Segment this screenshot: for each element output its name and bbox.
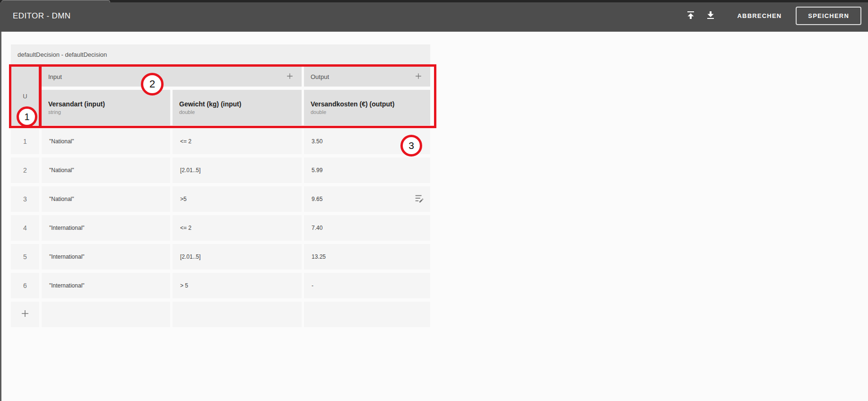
row-number[interactable]: 1	[11, 129, 39, 154]
table-cell[interactable]: "International"	[42, 244, 170, 270]
add-output-column-button[interactable]	[413, 71, 424, 82]
output-group-label: Output	[311, 73, 329, 80]
page-title: EDITOR - DMN	[13, 0, 71, 32]
column-name: Versandart (input)	[48, 100, 164, 108]
decision-table: U Input Output Versandart (input) string…	[11, 67, 430, 327]
add-row-empty-cell	[304, 302, 430, 327]
window-left-border	[0, 0, 1, 401]
download-button[interactable]	[705, 10, 716, 22]
plus-icon	[414, 71, 423, 82]
input-group-label: Input	[48, 73, 62, 80]
table-cell[interactable]: -	[304, 273, 430, 298]
decision-table-title: defaultDecision - defaultDecision	[11, 44, 430, 64]
row-number[interactable]: 6	[11, 273, 39, 298]
save-button[interactable]: SPEICHERN	[796, 7, 861, 25]
column-header-gewicht[interactable]: Gewicht (kg) (input) double	[173, 90, 302, 125]
column-name: Gewicht (kg) (input)	[179, 100, 295, 108]
table-cell[interactable]: "National"	[42, 157, 170, 183]
hit-policy-cell[interactable]: U	[11, 67, 39, 125]
table-cell[interactable]: 3.50	[304, 129, 430, 154]
plus-icon	[285, 71, 295, 82]
output-group-header: Output	[304, 67, 430, 87]
table-cell[interactable]: [2.01..5]	[173, 157, 302, 183]
edit-cell-button[interactable]	[414, 194, 425, 204]
add-input-column-button[interactable]	[285, 71, 295, 82]
row-number[interactable]: 4	[11, 215, 39, 241]
table-cell[interactable]: "International"	[42, 215, 170, 241]
topbar-actions: ABBRECHEN SPEICHERN	[685, 0, 861, 32]
table-cell[interactable]: 7.40	[304, 215, 430, 241]
upload-icon	[685, 9, 696, 22]
plus-icon	[19, 308, 31, 321]
input-group-header: Input	[42, 67, 302, 87]
column-type: double	[311, 109, 424, 115]
table-cell[interactable]: >5	[173, 186, 302, 212]
column-type: double	[179, 109, 295, 115]
table-cell[interactable]: 5.99	[304, 157, 430, 183]
table-cell[interactable]: <= 2	[173, 129, 302, 154]
column-header-versandart[interactable]: Versandart (input) string	[42, 90, 170, 125]
add-row-empty-cell	[42, 302, 170, 327]
decision-table-title-label: defaultDecision - defaultDecision	[17, 51, 107, 58]
add-row-empty-cell	[173, 302, 302, 327]
column-header-versandkosten[interactable]: Versandkosten (€) (output) double	[304, 90, 430, 125]
table-cell[interactable]: 13.25	[304, 244, 430, 270]
row-number[interactable]: 2	[11, 157, 39, 183]
table-cell[interactable]: "National"	[42, 129, 170, 154]
add-row-button[interactable]	[11, 302, 39, 327]
edit-note-icon	[414, 193, 425, 205]
table-cell[interactable]: > 5	[173, 273, 302, 298]
download-icon	[705, 9, 716, 22]
editor-topbar: EDITOR - DMN ABBRECHEN SPEICHERN	[0, 0, 868, 32]
table-cell[interactable]: "International"	[42, 273, 170, 298]
cancel-button[interactable]: ABBRECHEN	[737, 12, 781, 19]
row-number[interactable]: 3	[11, 186, 39, 212]
table-cell[interactable]: 9.65	[304, 186, 430, 212]
row-number[interactable]: 5	[11, 244, 39, 270]
column-type: string	[48, 109, 164, 115]
table-cell[interactable]: <= 2	[173, 215, 302, 241]
upload-button[interactable]	[685, 10, 696, 22]
column-name: Versandkosten (€) (output)	[311, 100, 424, 108]
table-cell[interactable]: "National"	[42, 186, 170, 212]
table-cell[interactable]: [2.01..5]	[173, 244, 302, 270]
